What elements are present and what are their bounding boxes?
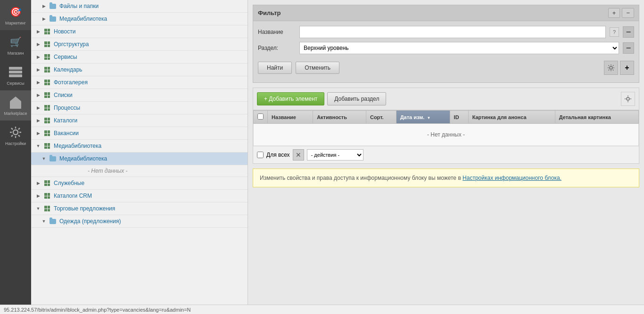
filter-plus-button[interactable]: + (620, 61, 634, 75)
tree-label-catalogs[interactable]: Каталоги (54, 117, 77, 124)
table-settings-button[interactable] (621, 92, 635, 106)
tree-icon-photogallery (43, 79, 51, 86)
select-all-checkbox[interactable] (257, 113, 264, 120)
bottom-bar: Для всех ✕ - действия - (253, 146, 639, 163)
th-id[interactable]: ID (450, 111, 468, 124)
filter-section-select[interactable]: Верхний уровень (299, 42, 619, 54)
sidebar-item-shop[interactable]: 🛒 Магазин (0, 30, 31, 60)
tree-item-clothes[interactable]: ▼ Одежда (предложения) (31, 215, 248, 228)
marketplace-icon (8, 95, 23, 109)
add-section-button[interactable]: Добавить раздел (327, 92, 386, 105)
tree-label-clothes[interactable]: Одежда (предложения) (59, 218, 121, 225)
sidebar-item-marketing[interactable]: 🎯 Маркетинг (0, 0, 31, 30)
filter-panel: Фильтр + − Название ? − Раздел: Верхний … (253, 5, 639, 83)
data-table: Название Активность Сорт. Дата изм. ▼ ID (253, 110, 639, 146)
filter-collapse-button[interactable]: − (622, 8, 634, 18)
status-bar: 95.213.224.57/bitrix/admin/iblock_admin.… (0, 305, 644, 314)
filter-name-remove-button[interactable]: − (623, 26, 634, 38)
tree-label-service2[interactable]: Служебные (54, 180, 84, 186)
tree-item-files[interactable]: ▶ Файлы и папки (31, 0, 248, 13)
tree-item-services-tree[interactable]: ▶ Сервисы (31, 51, 248, 64)
tree-arrow-photogallery: ▶ (35, 79, 41, 86)
tree-label-files[interactable]: Файлы и папки (59, 3, 99, 9)
tree-item-news[interactable]: ▶ Новости (31, 25, 248, 38)
tree-arrow-media2-child: ▼ (41, 155, 47, 162)
tree-icon-media2-child (49, 155, 57, 162)
tree-label-lists[interactable]: Списки (54, 92, 73, 98)
th-active[interactable]: Активность (313, 111, 366, 124)
tree-item-photogallery[interactable]: ▶ Фотогалерея (31, 76, 248, 89)
th-thumb[interactable]: Картинка для анонса (468, 111, 555, 124)
tree-arrow-news: ▶ (35, 28, 41, 35)
filter-gear-button[interactable] (604, 61, 618, 75)
filter-question-icon[interactable]: ? (610, 27, 619, 37)
tree-label-trade[interactable]: Торговые предложения (54, 205, 115, 212)
sidebar-item-services[interactable]: Сервисы (0, 60, 31, 90)
tree-icon-files (49, 2, 57, 10)
tree-item-calendar[interactable]: ▶ Календарь (31, 64, 248, 76)
sidebar-label-settings: Настройки (5, 141, 26, 146)
marketing-icon: 🎯 (8, 5, 23, 19)
th-name[interactable]: Название (268, 111, 313, 124)
tree-label-media2[interactable]: Медиабиблиотека (54, 143, 101, 149)
for-all-label: Для всех (266, 152, 290, 158)
tree-label-crm[interactable]: Каталоги CRM (54, 193, 92, 199)
tree-label-vacancies[interactable]: Вакансии (54, 130, 79, 137)
tree-icon-clothes (49, 217, 57, 225)
tree-item-vacancies[interactable]: ▶ Вакансии (31, 127, 248, 140)
tree-label-calendar[interactable]: Календарь (54, 66, 83, 73)
status-url: 95.213.224.57/bitrix/admin/iblock_admin.… (4, 307, 191, 313)
tree-label-processes[interactable]: Процессы (54, 105, 80, 111)
tree-label-news[interactable]: Новости (54, 28, 75, 35)
tree-item-media2-child[interactable]: ▼ Медиабиблиотека (31, 153, 248, 165)
sort-arrow-icon: ▼ (427, 116, 430, 120)
svg-line-21 (613, 65, 614, 66)
filter-name-input[interactable] (299, 26, 606, 38)
tree-item-media1[interactable]: ▶ Медиабиблиотека (31, 13, 248, 25)
th-date[interactable]: Дата изм. ▼ (396, 111, 450, 124)
tree-arrow-vacancies: ▶ (35, 130, 41, 137)
svg-line-19 (609, 65, 610, 66)
bottom-select-all-checkbox[interactable] (257, 152, 264, 158)
tree-label-media1[interactable]: Медиабиблиотека (59, 16, 107, 22)
tree-arrow-processes: ▶ (35, 105, 41, 111)
tree-label-orgstruct[interactable]: Оргструктура (54, 41, 89, 48)
delete-button[interactable]: ✕ (293, 149, 304, 161)
tree-item-media2[interactable]: ▼ Медиабиблиотека (31, 140, 248, 153)
filter-header: Фильтр + − (253, 5, 639, 21)
tree-label-services-tree[interactable]: Сервисы (54, 54, 77, 60)
tree-item-processes[interactable]: ▶ Процессы (31, 102, 248, 114)
filter-actions: Найти Отменить + (258, 58, 634, 78)
table-row-nodata: - Нет данных - (254, 124, 639, 146)
tree-item-crm[interactable]: ▶ Каталоги CRM (31, 190, 248, 202)
filter-title: Фильтр (258, 9, 281, 16)
filter-cancel-button[interactable]: Отменить (296, 62, 339, 74)
tree-item-service2[interactable]: ▶ Служебные (31, 177, 248, 190)
tree-icon-service2 (43, 179, 51, 187)
tree-label-photogallery[interactable]: Фотогалерея (54, 79, 88, 86)
actions-select[interactable]: - действия - (307, 149, 363, 161)
th-detail[interactable]: Детальная картинка (555, 111, 638, 124)
th-checkbox (254, 111, 268, 124)
sidebar-item-marketplace[interactable]: Marketplace (0, 90, 31, 121)
sidebar-label-marketplace: Marketplace (4, 111, 27, 116)
sidebar-item-settings[interactable]: Настройки (0, 121, 31, 151)
shop-icon: 🛒 (8, 35, 23, 49)
tree-item-catalogs[interactable]: ▶ Каталоги (31, 114, 248, 127)
svg-line-11 (18, 135, 20, 137)
tree-label-media2-child[interactable]: Медиабиблиотека (59, 155, 107, 162)
tree-arrow-media1: ▶ (41, 16, 47, 22)
notice-box: Изменить свойства и права доступа к инфо… (253, 169, 639, 187)
notice-link[interactable]: Настройках информационного блока. (462, 175, 561, 181)
tree-item-trade[interactable]: ▼ Торговые предложения (31, 202, 248, 215)
tree-item-lists[interactable]: ▶ Списки (31, 89, 248, 102)
filter-add-button[interactable]: + (608, 8, 620, 18)
svg-line-22 (609, 70, 610, 71)
filter-section-remove-button[interactable]: − (623, 42, 634, 54)
add-element-button[interactable]: + Добавить элемент (257, 92, 324, 105)
th-sort[interactable]: Сорт. (366, 111, 396, 124)
filter-find-button[interactable]: Найти (258, 62, 292, 74)
table-toolbar-left: + Добавить элемент Добавить раздел (257, 92, 386, 105)
tree-item-orgstruct[interactable]: ▶ Оргструктура (31, 38, 248, 51)
tree-icon-calendar (43, 66, 51, 73)
